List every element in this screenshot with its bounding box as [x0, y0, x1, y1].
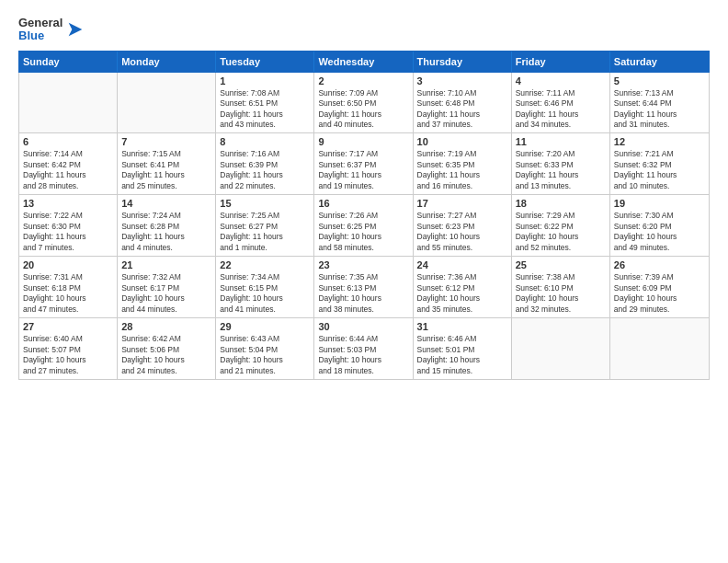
cell-info: Sunrise: 7:16 AM Sunset: 6:39 PM Dayligh…: [220, 149, 310, 191]
calendar-cell: 20Sunrise: 7:31 AM Sunset: 6:18 PM Dayli…: [19, 257, 118, 317]
header-day-monday: Monday: [118, 52, 216, 72]
header-day-friday: Friday: [512, 52, 610, 72]
calendar-cell: 14Sunrise: 7:24 AM Sunset: 6:28 PM Dayli…: [118, 195, 216, 256]
logo-icon: [65, 19, 85, 40]
header-day-saturday: Saturday: [610, 52, 709, 72]
cell-info: Sunrise: 7:35 AM Sunset: 6:13 PM Dayligh…: [318, 272, 408, 315]
cell-info: Sunrise: 7:21 AM Sunset: 6:32 PM Dayligh…: [614, 149, 705, 191]
calendar-cell: 24Sunrise: 7:36 AM Sunset: 6:12 PM Dayli…: [414, 257, 512, 317]
calendar-cell: [19, 73, 118, 133]
calendar-cell: 13Sunrise: 7:22 AM Sunset: 6:30 PM Dayli…: [19, 195, 118, 256]
calendar-cell: 16Sunrise: 7:26 AM Sunset: 6:25 PM Dayli…: [314, 195, 413, 256]
svg-marker-0: [69, 23, 83, 37]
calendar-cell: 28Sunrise: 6:42 AM Sunset: 5:06 PM Dayli…: [118, 318, 216, 379]
calendar-week-5: 27Sunrise: 6:40 AM Sunset: 5:07 PM Dayli…: [19, 318, 709, 379]
cell-info: Sunrise: 7:17 AM Sunset: 6:37 PM Dayligh…: [318, 149, 408, 191]
cell-info: Sunrise: 7:32 AM Sunset: 6:17 PM Dayligh…: [121, 272, 211, 315]
day-number: 26: [614, 259, 705, 270]
calendar-cell: 27Sunrise: 6:40 AM Sunset: 5:07 PM Dayli…: [19, 318, 118, 379]
cell-info: Sunrise: 7:34 AM Sunset: 6:15 PM Dayligh…: [220, 272, 310, 315]
cell-info: Sunrise: 7:09 AM Sunset: 6:50 PM Dayligh…: [318, 88, 408, 131]
day-number: 23: [318, 259, 408, 270]
header-day-sunday: Sunday: [19, 52, 118, 72]
cell-info: Sunrise: 6:43 AM Sunset: 5:04 PM Dayligh…: [220, 334, 310, 376]
calendar-header: SundayMondayTuesdayWednesdayThursdayFrid…: [19, 52, 709, 72]
day-number: 19: [614, 198, 705, 209]
calendar-cell: 31Sunrise: 6:46 AM Sunset: 5:01 PM Dayli…: [414, 318, 512, 379]
day-number: 12: [614, 136, 705, 147]
cell-info: Sunrise: 7:25 AM Sunset: 6:27 PM Dayligh…: [220, 211, 310, 253]
cell-info: Sunrise: 7:10 AM Sunset: 6:48 PM Dayligh…: [417, 88, 507, 131]
calendar-cell: 3Sunrise: 7:10 AM Sunset: 6:48 PM Daylig…: [414, 73, 512, 133]
calendar-cell: 4Sunrise: 7:11 AM Sunset: 6:46 PM Daylig…: [512, 73, 610, 133]
logo-text: General Blue: [18, 17, 63, 43]
page-header: General Blue: [18, 17, 710, 43]
day-number: 15: [220, 198, 310, 209]
calendar-cell: 17Sunrise: 7:27 AM Sunset: 6:23 PM Dayli…: [414, 195, 512, 256]
day-number: 20: [23, 259, 113, 270]
cell-info: Sunrise: 6:42 AM Sunset: 5:06 PM Dayligh…: [121, 334, 211, 376]
day-number: 29: [220, 321, 310, 332]
cell-info: Sunrise: 7:24 AM Sunset: 6:28 PM Dayligh…: [121, 211, 211, 253]
day-number: 21: [121, 259, 211, 270]
cell-info: Sunrise: 7:27 AM Sunset: 6:23 PM Dayligh…: [417, 211, 507, 253]
header-day-tuesday: Tuesday: [216, 52, 314, 72]
calendar-cell: 11Sunrise: 7:20 AM Sunset: 6:33 PM Dayli…: [512, 133, 610, 194]
calendar-cell: 23Sunrise: 7:35 AM Sunset: 6:13 PM Dayli…: [314, 257, 413, 317]
cell-info: Sunrise: 7:22 AM Sunset: 6:30 PM Dayligh…: [23, 211, 113, 253]
cell-info: Sunrise: 7:11 AM Sunset: 6:46 PM Dayligh…: [516, 88, 606, 131]
day-number: 24: [417, 259, 507, 270]
calendar-cell: 30Sunrise: 6:44 AM Sunset: 5:03 PM Dayli…: [314, 318, 413, 379]
calendar-cell: 18Sunrise: 7:29 AM Sunset: 6:22 PM Dayli…: [512, 195, 610, 256]
cell-info: Sunrise: 7:31 AM Sunset: 6:18 PM Dayligh…: [23, 272, 113, 315]
day-number: 3: [417, 75, 507, 86]
logo-general: General: [18, 17, 63, 29]
calendar-cell: [610, 318, 709, 379]
header-day-wednesday: Wednesday: [314, 52, 413, 72]
calendar-week-3: 13Sunrise: 7:22 AM Sunset: 6:30 PM Dayli…: [19, 195, 709, 257]
calendar-cell: 10Sunrise: 7:19 AM Sunset: 6:35 PM Dayli…: [414, 133, 512, 194]
calendar-cell: 25Sunrise: 7:38 AM Sunset: 6:10 PM Dayli…: [512, 257, 610, 317]
day-number: 31: [417, 321, 507, 332]
calendar: SundayMondayTuesdayWednesdayThursdayFrid…: [18, 51, 710, 554]
cell-info: Sunrise: 7:30 AM Sunset: 6:20 PM Dayligh…: [614, 211, 705, 253]
day-number: 17: [417, 198, 507, 209]
calendar-cell: 15Sunrise: 7:25 AM Sunset: 6:27 PM Dayli…: [216, 195, 314, 256]
calendar-cell: 22Sunrise: 7:34 AM Sunset: 6:15 PM Dayli…: [216, 257, 314, 317]
calendar-cell: 6Sunrise: 7:14 AM Sunset: 6:42 PM Daylig…: [19, 133, 118, 194]
day-number: 22: [220, 259, 310, 270]
day-number: 13: [23, 198, 113, 209]
calendar-cell: 1Sunrise: 7:08 AM Sunset: 6:51 PM Daylig…: [216, 73, 314, 133]
cell-info: Sunrise: 6:46 AM Sunset: 5:01 PM Dayligh…: [417, 334, 507, 376]
cell-info: Sunrise: 7:15 AM Sunset: 6:41 PM Dayligh…: [121, 149, 211, 191]
day-number: 27: [23, 321, 113, 332]
day-number: 5: [614, 75, 705, 86]
calendar-body: 1Sunrise: 7:08 AM Sunset: 6:51 PM Daylig…: [19, 73, 709, 379]
day-number: 25: [516, 259, 606, 270]
day-number: 1: [220, 75, 310, 86]
logo: General Blue: [18, 17, 85, 43]
calendar-week-2: 6Sunrise: 7:14 AM Sunset: 6:42 PM Daylig…: [19, 133, 709, 195]
calendar-cell: 9Sunrise: 7:17 AM Sunset: 6:37 PM Daylig…: [314, 133, 413, 194]
calendar-cell: 26Sunrise: 7:39 AM Sunset: 6:09 PM Dayli…: [610, 257, 709, 317]
calendar-cell: 12Sunrise: 7:21 AM Sunset: 6:32 PM Dayli…: [610, 133, 709, 194]
day-number: 11: [516, 136, 606, 147]
header-day-thursday: Thursday: [414, 52, 512, 72]
cell-info: Sunrise: 7:36 AM Sunset: 6:12 PM Dayligh…: [417, 272, 507, 315]
calendar-cell: 21Sunrise: 7:32 AM Sunset: 6:17 PM Dayli…: [118, 257, 216, 317]
calendar-cell: 8Sunrise: 7:16 AM Sunset: 6:39 PM Daylig…: [216, 133, 314, 194]
day-number: 8: [220, 136, 310, 147]
calendar-cell: 29Sunrise: 6:43 AM Sunset: 5:04 PM Dayli…: [216, 318, 314, 379]
cell-info: Sunrise: 7:13 AM Sunset: 6:44 PM Dayligh…: [614, 88, 705, 131]
calendar-cell: [118, 73, 216, 133]
day-number: 10: [417, 136, 507, 147]
cell-info: Sunrise: 7:20 AM Sunset: 6:33 PM Dayligh…: [516, 149, 606, 191]
cell-info: Sunrise: 7:26 AM Sunset: 6:25 PM Dayligh…: [318, 211, 408, 253]
day-number: 9: [318, 136, 408, 147]
calendar-cell: 7Sunrise: 7:15 AM Sunset: 6:41 PM Daylig…: [118, 133, 216, 194]
day-number: 2: [318, 75, 408, 86]
day-number: 6: [23, 136, 113, 147]
calendar-cell: 2Sunrise: 7:09 AM Sunset: 6:50 PM Daylig…: [314, 73, 413, 133]
cell-info: Sunrise: 7:29 AM Sunset: 6:22 PM Dayligh…: [516, 211, 606, 253]
day-number: 18: [516, 198, 606, 209]
